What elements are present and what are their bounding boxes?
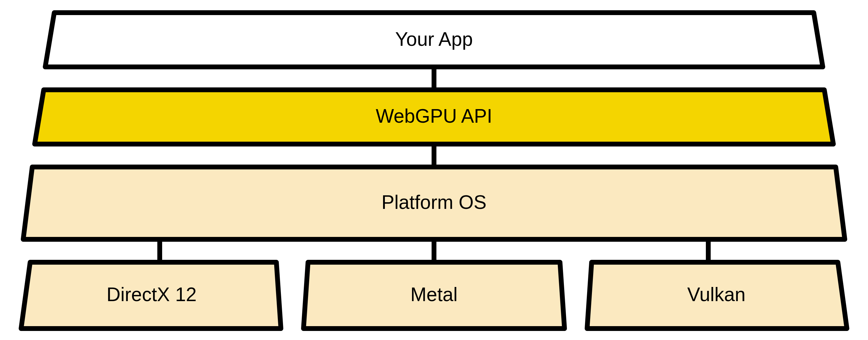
layer-app-label: Your App bbox=[395, 28, 472, 50]
webgpu-stack-diagram: Your App WebGPU API Platform OS DirectX … bbox=[0, 0, 868, 340]
layer-metal-label: Metal bbox=[410, 284, 458, 305]
layer-vulkan-label: Vulkan bbox=[687, 284, 745, 305]
layer-platform-label: Platform OS bbox=[381, 191, 487, 213]
layer-directx-label: DirectX 12 bbox=[107, 284, 197, 305]
layer-webgpu-label: WebGPU API bbox=[376, 105, 493, 127]
